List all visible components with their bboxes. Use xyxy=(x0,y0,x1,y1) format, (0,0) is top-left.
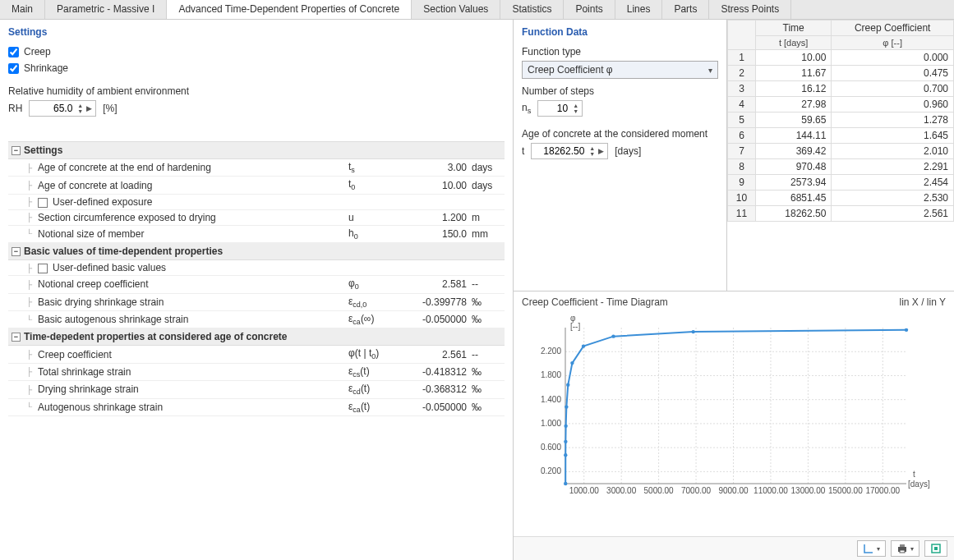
age-more-icon[interactable]: ▶ xyxy=(598,147,604,155)
tab-bar: MainParametric - Massive IAdvanced Time-… xyxy=(0,0,954,20)
tab-statistics[interactable]: Statistics xyxy=(500,0,564,19)
pg-group-header[interactable]: −Time-depedent properties at considered … xyxy=(8,328,505,346)
svg-text:9000.00: 9000.00 xyxy=(718,486,749,495)
checkbox-icon[interactable] xyxy=(38,264,48,273)
tab-parts[interactable]: Parts xyxy=(662,0,709,19)
table-row[interactable]: 6144.111.645 xyxy=(728,128,954,144)
table-row[interactable]: 427.980.960 xyxy=(728,97,954,112)
rh-input[interactable] xyxy=(33,102,74,115)
table-row[interactable]: 559.651.278 xyxy=(728,112,954,128)
pg-row[interactable]: └Notional size of memberh0150.0mm xyxy=(8,226,505,243)
checkbox-icon[interactable] xyxy=(38,198,48,208)
cell-creep: 2.291 xyxy=(832,159,954,175)
steps-spin-buttons[interactable]: ▲▼ xyxy=(573,103,578,114)
cell-creep: 2.530 xyxy=(832,190,954,206)
pg-label: User-defined exposure xyxy=(38,196,348,208)
pg-unit: ‰ xyxy=(472,366,505,378)
pg-group-header[interactable]: −Basic values of time-dependent properti… xyxy=(8,243,505,260)
pg-row[interactable]: ├Creep coefficientφ(t | t0)2.561-- xyxy=(8,346,505,363)
pg-row[interactable]: ├User-defined exposure xyxy=(8,195,505,210)
axes-button[interactable]: ▾ xyxy=(857,540,886,557)
tab-parametric-massive-i[interactable]: Parametric - Massive I xyxy=(45,0,167,19)
table-row[interactable]: 7369.422.010 xyxy=(728,144,954,159)
pg-row[interactable]: └Autogenous shrinkage strainεca(t)-0.050… xyxy=(8,399,505,416)
pg-row[interactable]: ├Section circumference exposed to drying… xyxy=(8,210,505,226)
creep-checkbox[interactable] xyxy=(8,47,19,57)
table-row[interactable]: 8970.482.291 xyxy=(728,159,954,175)
steps-symbol: ns xyxy=(522,102,531,115)
pg-unit: ‰ xyxy=(472,296,505,308)
age-spinner[interactable]: ▲▼ ▶ xyxy=(531,143,608,159)
svg-point-38 xyxy=(564,440,567,443)
age-symbol: t xyxy=(522,145,524,157)
table-row[interactable]: 316.120.700 xyxy=(728,81,954,97)
pg-row[interactable]: ├Notional creep coefficientφ02.581-- xyxy=(8,276,505,293)
rh-spin-buttons[interactable]: ▲▼ xyxy=(77,103,83,114)
steps-input[interactable] xyxy=(542,102,569,115)
steps-spinner[interactable]: ▲▼ xyxy=(537,100,583,117)
pg-row[interactable]: ├Age of concrete at the end of hardening… xyxy=(8,159,505,177)
cell-creep: 0.475 xyxy=(832,66,954,81)
chart-area: Creep Coefficient - Time Diagram lin X /… xyxy=(514,291,954,536)
pg-symbol: εcd,0 xyxy=(348,296,398,309)
pg-label: Notional size of member xyxy=(38,228,348,240)
col-time-sub: t [days] xyxy=(756,36,832,50)
print-button[interactable]: ▾ xyxy=(891,540,919,557)
svg-text:11000.00: 11000.00 xyxy=(754,486,788,495)
pg-value: 2.561 xyxy=(398,349,472,360)
pg-unit: -- xyxy=(472,349,505,360)
collapse-icon[interactable]: − xyxy=(12,247,21,256)
chevron-down-icon: ▾ xyxy=(877,545,880,553)
pg-value: 2.581 xyxy=(398,278,472,290)
pg-value: -0.050000 xyxy=(398,402,472,413)
svg-point-42 xyxy=(570,361,574,365)
tab-main[interactable]: Main xyxy=(0,0,45,19)
cell-creep: 0.000 xyxy=(832,50,954,66)
svg-point-45 xyxy=(691,330,694,333)
chevron-down-icon: ▾ xyxy=(708,66,712,75)
pg-row[interactable]: ├Total shrinkage strainεcs(t)-0.418312‰ xyxy=(8,364,505,381)
pg-value: -0.399778 xyxy=(398,296,472,308)
tab-points[interactable]: Points xyxy=(564,0,615,19)
collapse-icon[interactable]: − xyxy=(12,333,21,342)
pg-row[interactable]: └Basic autogenous shrinkage strainεca(∞)… xyxy=(8,311,505,328)
settings-title: Settings xyxy=(8,26,505,38)
pg-row[interactable]: ├Age of concrete at loadingt010.00days xyxy=(8,177,505,194)
svg-text:0.600: 0.600 xyxy=(541,443,561,452)
pg-unit: mm xyxy=(472,228,505,240)
chevron-down-icon: ▾ xyxy=(910,545,914,553)
pg-row[interactable]: ├User-defined basic values xyxy=(8,260,505,276)
cell-creep: 1.645 xyxy=(832,128,954,144)
table-row[interactable]: 110.000.000 xyxy=(728,50,954,66)
rh-spinner[interactable]: ▲▼ ▶ xyxy=(29,100,96,117)
export-button[interactable] xyxy=(924,540,947,557)
pg-row[interactable]: ├Drying shrinkage strainεcd(t)-0.368312‰ xyxy=(8,381,505,398)
pg-label: Age of concrete at the end of hardening xyxy=(38,162,348,173)
function-data-title: Function Data xyxy=(522,26,718,38)
pg-unit: ‰ xyxy=(472,383,505,395)
age-spin-buttons[interactable]: ▲▼ xyxy=(589,145,595,157)
pg-row[interactable]: ├Basic drying shrinkage strainεcd,0-0.39… xyxy=(8,294,505,311)
pg-group-header[interactable]: −Settings xyxy=(8,142,505,159)
table-row[interactable]: 1118262.502.561 xyxy=(728,206,954,222)
table-row[interactable]: 211.670.475 xyxy=(728,66,954,81)
collapse-icon[interactable]: − xyxy=(12,146,21,155)
function-type-dropdown[interactable]: Creep Coefficient φ ▾ xyxy=(522,61,718,79)
svg-rect-48 xyxy=(900,544,905,547)
tab-section-values[interactable]: Section Values xyxy=(412,0,500,19)
chart-toolbar: ▾ ▾ xyxy=(514,536,954,560)
pg-symbol: u xyxy=(348,212,398,223)
age-input[interactable] xyxy=(535,145,586,158)
data-table[interactable]: Time Creep Coefficient t [days] φ [--] 1… xyxy=(727,20,954,222)
cell-time: 18262.50 xyxy=(756,206,832,222)
row-header-blank xyxy=(728,21,756,50)
tab-lines[interactable]: Lines xyxy=(615,0,663,19)
svg-text:1000.00: 1000.00 xyxy=(569,486,600,495)
tab-advanced-time-dependent-properties-of-concrete[interactable]: Advanced Time-Dependent Properties of Co… xyxy=(167,0,412,19)
table-row[interactable]: 106851.452.530 xyxy=(728,190,954,206)
shrinkage-checkbox[interactable] xyxy=(8,63,19,74)
pg-value: -0.368312 xyxy=(398,383,472,395)
tab-stress-points[interactable]: Stress Points xyxy=(709,0,791,19)
rh-more-icon[interactable]: ▶ xyxy=(86,104,92,112)
table-row[interactable]: 92573.942.454 xyxy=(728,175,954,190)
